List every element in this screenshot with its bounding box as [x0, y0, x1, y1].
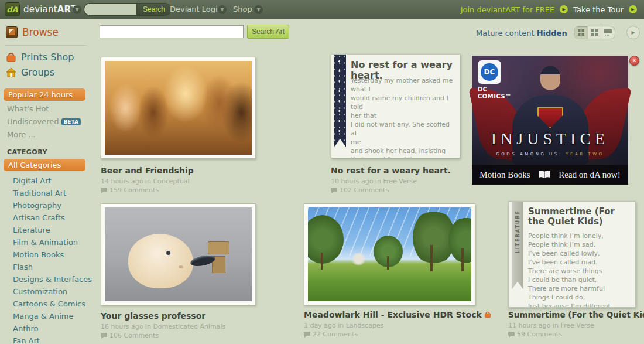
deviation-thumb-no-rest-literature[interactable]: No rest for a weary heart. Yesterday my … [331, 54, 460, 158]
sidebar-item-browse[interactable]: Browse [6, 26, 59, 38]
prints-bag-icon [484, 311, 491, 318]
deviation-caption: Meadowlark Hill - Exclusive HDR Stock 1 … [304, 310, 491, 338]
comment-bubble-icon [101, 333, 107, 339]
site-title[interactable]: deviantART [23, 4, 77, 15]
literature-excerpt-body: People think I’m lonely, People think I’… [528, 232, 632, 308]
deviation-meta: 11 hours ago in Free Verse [508, 322, 644, 329]
join-play-icon[interactable]: ▶ [560, 5, 568, 13]
category-section-header: CATEGORY [7, 148, 47, 156]
category-photography[interactable]: Photography [13, 199, 89, 212]
category-designs-interfaces[interactable]: Designs & Interfaces [13, 273, 89, 285]
deviation-title[interactable]: Meadowlark Hill - Exclusive HDR Stock [304, 310, 491, 319]
tour-link[interactable]: Take the Tour [573, 5, 624, 14]
slideshow-button[interactable]: ▶ [626, 26, 640, 39]
logo-glyph: dA [6, 6, 18, 13]
category-traditional-art[interactable]: Traditional Art [13, 187, 89, 199]
deviation-thumb-summertime-literature[interactable]: LITERATURE Summertime (For the Quiet Kid… [508, 201, 636, 308]
category-film-animation[interactable]: Film & Animation [13, 236, 89, 248]
browse-art-icon [6, 26, 18, 38]
beer-painting-image [105, 61, 252, 155]
deviation-title[interactable]: Your glasses professor [101, 311, 225, 321]
ad-title: INJUSTICE [472, 130, 628, 148]
nav-shop[interactable]: Shop [233, 5, 252, 13]
dc-comics-label: DC COMICS™ [478, 86, 512, 100]
cardboard-robot-head [208, 241, 230, 254]
tree-trunk [430, 245, 433, 271]
guinea-pig-photo [105, 207, 252, 301]
guinea-pig-shape [128, 234, 193, 288]
deviation-comments-link[interactable]: 22 Comments [304, 331, 491, 338]
sidebar-item-groups[interactable]: Groups [6, 67, 54, 78]
deviation-thumb-beer-and-friendship[interactable] [101, 57, 256, 159]
grid-icon [591, 29, 598, 36]
header-search-input[interactable] [84, 3, 136, 16]
browse-page: dA deviantART ▼ Search Deviant Login ▼ S… [0, 0, 644, 344]
deviation-caption: Your glasses professor 16 hours ago in D… [101, 311, 225, 339]
category-flash[interactable]: Flash [13, 261, 89, 273]
tour-play-icon[interactable]: ▶ [629, 5, 637, 13]
deviation-comments-link[interactable]: 59 Comments [508, 331, 644, 338]
art-search-input[interactable] [100, 25, 244, 38]
logo-chevron-down-icon[interactable]: ▼ [73, 5, 81, 14]
deviation-meta: 1 day ago in Landscapes [304, 322, 491, 329]
literature-excerpt-title: Summertime (For the Quiet Kids) [528, 207, 631, 227]
deviation-thumb-meadowlark-hill[interactable] [304, 203, 475, 305]
filter-undiscovered[interactable]: UndiscoveredBETA [7, 117, 81, 126]
category-anthro[interactable]: Anthro [13, 322, 89, 335]
comment-bubble-icon [508, 332, 515, 338]
ad-footer-left: Motion Books [479, 170, 530, 180]
view-mode-group [574, 26, 615, 39]
join-link[interactable]: Join deviantART for FREE [461, 5, 555, 14]
deviation-title[interactable]: Beer and Friendship [101, 166, 194, 175]
list-view-icon [604, 29, 612, 36]
nav-deviant-login[interactable]: Deviant Login [170, 5, 222, 13]
header-search-button[interactable]: Search [136, 3, 172, 16]
login-chevron-down-icon[interactable]: ▼ [218, 5, 227, 14]
sidebar-item-prints-shop[interactable]: Prints Shop [6, 52, 74, 63]
top-header-bar: dA deviantART ▼ Search Deviant Login ▼ S… [0, 0, 644, 19]
ad-footer-right: Read on dA now! [559, 170, 620, 180]
deviation-meta: 10 hours ago in Free Verse [331, 178, 451, 185]
tree-trunk [461, 248, 464, 271]
ad-close-button[interactable]: ✕ [629, 56, 639, 66]
category-all-categories[interactable]: All Categories [4, 159, 85, 171]
open-book-icon [538, 171, 551, 179]
category-fan-art[interactable]: Fan Art [13, 335, 89, 344]
header-right-links: Join deviantART for FREE ▶ Take the Tour… [461, 0, 637, 19]
search-art-button[interactable]: Search Art [247, 25, 289, 39]
deviation-comments-link[interactable]: 106 Comments [101, 332, 225, 339]
category-literature[interactable]: Literature [13, 224, 89, 236]
ad-subtitle: GODS AMONG US: YEAR TWO [472, 152, 628, 156]
deviation-caption: Summertime (For the Quiet Kids) 11 hours… [508, 310, 644, 338]
filter-whats-hot[interactable]: What's Hot [7, 104, 49, 113]
night-sky-ribbon-icon [334, 55, 346, 147]
category-digital-art[interactable]: Digital Art [13, 175, 89, 187]
deviation-title[interactable]: No rest for a weary heart. [331, 166, 451, 175]
category-motion-books[interactable]: Motion Books [13, 248, 89, 261]
header-search-form: Search [84, 3, 172, 16]
filter-popular-24-hours[interactable]: Popular 24 hours [4, 88, 85, 101]
category-cartoons-comics[interactable]: Cartoons & Comics [13, 298, 89, 310]
filter-more[interactable]: More ... [7, 130, 36, 139]
category-list: Digital Art Traditional Art Photography … [13, 175, 89, 344]
guinea-pig-eye [166, 251, 170, 255]
view-thumbs-detail-button[interactable] [574, 26, 588, 39]
beta-badge: BETA [61, 118, 81, 125]
category-customization[interactable]: Customization [13, 285, 89, 298]
view-list-button[interactable] [601, 26, 615, 39]
view-thumbs-button[interactable] [588, 26, 601, 39]
deviation-thumb-glasses-professor[interactable] [101, 203, 256, 305]
comment-bubble-icon [331, 188, 337, 193]
injustice-ad-banner[interactable]: DC DC COMICS™ INJUSTICE GODS AMONG US: Y… [472, 56, 628, 185]
deviantart-logo-icon[interactable]: dA [5, 2, 20, 16]
mature-toggle-link[interactable]: Hidden [537, 29, 567, 38]
shop-chevron-down-icon[interactable]: ▼ [254, 5, 263, 14]
deviation-title[interactable]: Summertime (For the Quiet Kids) [508, 310, 644, 319]
guinea-pig-nose [179, 265, 183, 268]
deviation-meta: 14 hours ago in Conceptual [101, 178, 194, 185]
tree-trunk [321, 253, 323, 270]
category-artisan-crafts[interactable]: Artisan Crafts [13, 212, 89, 224]
deviation-comments-link[interactable]: 102 Comments [331, 186, 451, 194]
category-manga-anime[interactable]: Manga & Anime [13, 310, 89, 322]
deviation-comments-link[interactable]: 159 Comments [101, 186, 194, 194]
